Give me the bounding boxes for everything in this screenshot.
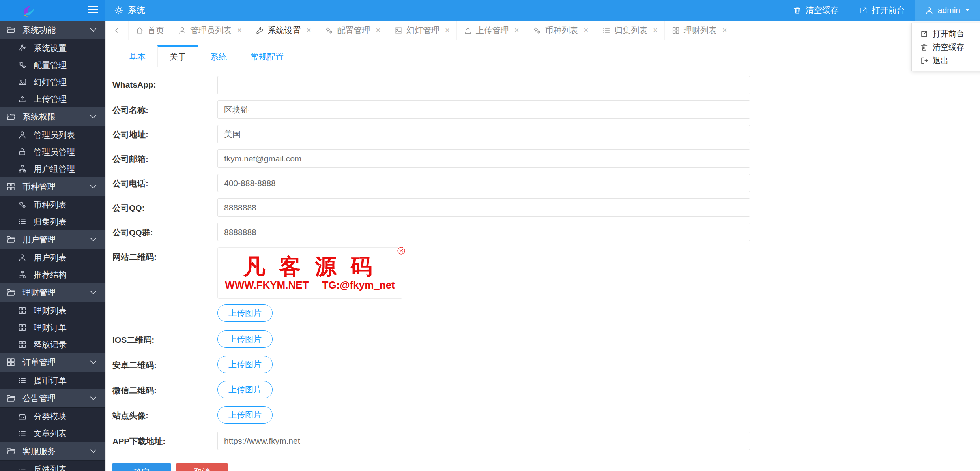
form-row-9: 安卓二维码:上传图片 bbox=[112, 356, 980, 373]
sidebar-item-0-0[interactable]: 系统设置 bbox=[0, 39, 105, 56]
confirm-button[interactable]: 确定 bbox=[112, 463, 171, 471]
tab-close-icon[interactable]: × bbox=[722, 26, 727, 35]
form-buttons: 确定取消 bbox=[112, 463, 980, 471]
sidebar-item-5-0[interactable]: 提币订单 bbox=[0, 372, 105, 389]
tab-close-icon[interactable]: × bbox=[376, 26, 380, 35]
sidebar-item-6-1[interactable]: 文章列表 bbox=[0, 425, 105, 442]
sidebar-item-3-1[interactable]: 推荐结构 bbox=[0, 266, 105, 283]
chevdown-icon bbox=[88, 182, 98, 191]
sidebar-item-2-0[interactable]: 币种列表 bbox=[0, 196, 105, 213]
sidebar-item-4-0[interactable]: 理财列表 bbox=[0, 302, 105, 319]
sidebar-group-label: 公告管理 bbox=[22, 393, 56, 404]
sidebar-group-7[interactable]: 客服服务 bbox=[0, 442, 105, 461]
sidebar-item-0-1[interactable]: 配置管理 bbox=[0, 56, 105, 73]
subtab-2[interactable]: 系统 bbox=[198, 47, 239, 67]
user-icon bbox=[18, 253, 27, 262]
sidebar-group-6[interactable]: 公告管理 bbox=[0, 389, 105, 408]
sitemap-icon bbox=[18, 270, 27, 279]
tab-close-icon[interactable]: × bbox=[237, 26, 242, 35]
sidebar-group-1[interactable]: 系统权限 bbox=[0, 107, 105, 126]
sidebar-item-label: 用户组管理 bbox=[34, 163, 75, 175]
sidebar-item-label: 释放记录 bbox=[34, 339, 67, 350]
form-input-5[interactable] bbox=[217, 198, 750, 217]
sidebar-group-2[interactable]: 币种管理 bbox=[0, 177, 105, 196]
form-label: 微信二维码: bbox=[112, 381, 217, 398]
tab-scroll-left-button[interactable] bbox=[106, 21, 129, 40]
tab-6[interactable]: 币种列表× bbox=[526, 21, 595, 40]
form-label: IOS二维码: bbox=[112, 330, 217, 348]
tab-4[interactable]: 幻灯管理× bbox=[387, 21, 457, 40]
user-menu-item-2[interactable]: 退出 bbox=[912, 54, 980, 67]
form-input-12[interactable] bbox=[217, 432, 750, 450]
tab-label: 管理员列表 bbox=[190, 25, 232, 36]
sidebar-group-4[interactable]: 理财管理 bbox=[0, 283, 105, 302]
sidebar-item-4-1[interactable]: 理财订单 bbox=[0, 319, 105, 336]
form-input-3[interactable] bbox=[217, 149, 750, 168]
form-row-10: 微信二维码:上传图片 bbox=[112, 381, 980, 398]
tab-8[interactable]: 理财列表× bbox=[665, 21, 734, 40]
upload-image-button[interactable]: 上传图片 bbox=[217, 406, 273, 424]
chevdown-icon bbox=[88, 25, 98, 35]
sidebar-item-3-0[interactable]: 用户列表 bbox=[0, 249, 105, 266]
form-input-0[interactable] bbox=[217, 76, 750, 94]
sidebar-item-label: 币种列表 bbox=[34, 199, 67, 210]
upload-image-button[interactable]: 上传图片 bbox=[217, 304, 273, 322]
folder-icon bbox=[6, 446, 16, 456]
remove-image-icon[interactable] bbox=[396, 246, 406, 255]
upload-image-button[interactable]: 上传图片 bbox=[217, 330, 273, 348]
sidebar-item-4-2[interactable]: 释放记录 bbox=[0, 336, 105, 353]
sidebar-item-6-0[interactable]: 分类模块 bbox=[0, 408, 105, 425]
sidebar-item-0-3[interactable]: 上传管理 bbox=[0, 90, 105, 107]
tab-close-icon[interactable]: × bbox=[445, 26, 450, 35]
sidebar: 系统功能系统设置配置管理幻灯管理上传管理系统权限管理员列表管理员管理用户组管理币… bbox=[0, 21, 105, 471]
tab-0[interactable]: 首页 bbox=[129, 21, 171, 40]
tab-close-icon[interactable]: × bbox=[307, 26, 311, 35]
form-input-2[interactable] bbox=[217, 125, 750, 143]
folder-icon bbox=[6, 235, 16, 244]
settings-subtabs: 基本关于系统常规配置 bbox=[112, 46, 980, 67]
tab-close-icon[interactable]: × bbox=[653, 26, 658, 35]
sidebar-group-0[interactable]: 系统功能 bbox=[0, 21, 105, 39]
subtab-label: 系统 bbox=[210, 52, 227, 61]
sidebar-item-0-2[interactable]: 幻灯管理 bbox=[0, 73, 105, 90]
subtab-0[interactable]: 基本 bbox=[117, 47, 157, 67]
form-label: 公司电话: bbox=[112, 174, 217, 192]
form-input-4[interactable] bbox=[217, 174, 750, 192]
open-front-button[interactable]: 打开前台 bbox=[849, 0, 915, 21]
tab-1[interactable]: 管理员列表× bbox=[171, 21, 249, 40]
user-menu-button[interactable]: admin bbox=[915, 0, 980, 21]
form-label: 安卓二维码: bbox=[112, 356, 217, 373]
sidebar-item-1-1[interactable]: 管理员管理 bbox=[0, 143, 105, 160]
user-menu-item-0[interactable]: 打开前台 bbox=[912, 27, 980, 40]
sidebar-item-2-1[interactable]: 归集列表 bbox=[0, 213, 105, 230]
folder-icon bbox=[6, 112, 16, 122]
form-input-6[interactable] bbox=[217, 223, 750, 241]
topbar-actions: 清空缓存 打开前台 admin bbox=[783, 0, 980, 21]
sidebar-toggle-button[interactable] bbox=[87, 4, 99, 17]
sidebar-item-label: 管理员列表 bbox=[34, 129, 75, 141]
clear-cache-button[interactable]: 清空缓存 bbox=[783, 0, 849, 21]
cancel-button[interactable]: 取消 bbox=[176, 463, 228, 471]
sidebar-item-label: 理财订单 bbox=[34, 322, 67, 333]
clear-cache-label: 清空缓存 bbox=[806, 5, 839, 16]
subtab-1[interactable]: 关于 bbox=[157, 45, 198, 67]
tab-close-icon[interactable]: × bbox=[584, 26, 588, 35]
tab-5[interactable]: 上传管理× bbox=[457, 21, 526, 40]
sidebar-group-3[interactable]: 用户管理 bbox=[0, 230, 105, 249]
sidebar-item-7-0[interactable]: 反馈列表 bbox=[0, 461, 105, 471]
sidebar-item-1-0[interactable]: 管理员列表 bbox=[0, 126, 105, 143]
sidebar-item-label: 归集列表 bbox=[34, 216, 67, 227]
form-row-5: 公司QQ: bbox=[112, 198, 980, 217]
upload-image-button[interactable]: 上传图片 bbox=[217, 356, 273, 373]
image-text-line2: WWW.FKYM.NETTG:@fkym_net bbox=[225, 279, 395, 291]
upload-image-button[interactable]: 上传图片 bbox=[217, 381, 273, 398]
user-menu-item-1[interactable]: 清空缓存 bbox=[912, 40, 980, 54]
tab-close-icon[interactable]: × bbox=[514, 26, 519, 35]
tab-7[interactable]: 归集列表× bbox=[595, 21, 665, 40]
subtab-3[interactable]: 常规配置 bbox=[239, 47, 295, 67]
tab-3[interactable]: 配置管理× bbox=[318, 21, 387, 40]
sidebar-group-5[interactable]: 订单管理 bbox=[0, 353, 105, 372]
sidebar-item-1-2[interactable]: 用户组管理 bbox=[0, 160, 105, 177]
tab-2[interactable]: 系统设置× bbox=[249, 21, 318, 40]
form-input-1[interactable] bbox=[217, 100, 750, 119]
